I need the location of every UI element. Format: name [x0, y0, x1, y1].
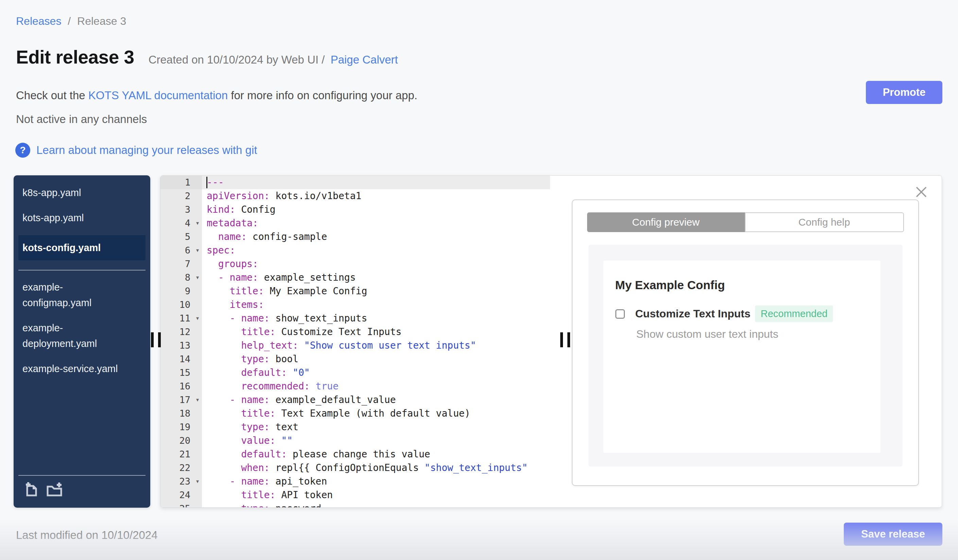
file-item-example-service.yaml[interactable]: example-service.yaml	[18, 361, 146, 376]
code-line-15[interactable]: 15 default: "0"	[160, 366, 550, 380]
code-line-16[interactable]: 16 recommended: true	[160, 380, 550, 393]
code-text: - name: api_token	[202, 475, 550, 488]
sidebar-resize-handle[interactable]	[151, 332, 161, 347]
code-line-18[interactable]: 18 title: Text Example (with default val…	[160, 407, 550, 420]
yaml-editor[interactable]: 1---2apiVersion: kots.io/v1beta13kind: C…	[160, 176, 550, 507]
code-text: type: text	[202, 420, 550, 434]
file-item-k8s-app.yaml[interactable]: k8s-app.yaml	[18, 185, 146, 201]
line-number: 9	[160, 285, 202, 298]
fold-arrow-icon[interactable]: ▾	[196, 217, 199, 230]
code-line-4[interactable]: 4▾metadata:	[160, 217, 550, 230]
code-line-5[interactable]: 5 name: config-sample	[160, 230, 550, 244]
code-line-24[interactable]: 24 title: API token	[160, 488, 550, 502]
line-number: 8▾	[160, 271, 202, 285]
question-icon[interactable]: ?	[15, 143, 30, 158]
line-number: 25	[160, 502, 202, 507]
close-icon[interactable]	[915, 186, 928, 198]
line-number: 2	[160, 189, 202, 203]
code-line-1[interactable]: 1---	[160, 176, 550, 189]
config-preview-panel: Config preview Config help My Example Co…	[550, 176, 942, 507]
fold-arrow-icon[interactable]: ▾	[196, 393, 199, 407]
line-number: 16	[160, 380, 202, 393]
code-line-9[interactable]: 9 title: My Example Config	[160, 285, 550, 298]
code-line-7[interactable]: 7 groups:	[160, 257, 550, 271]
recommended-badge: Recommended	[755, 305, 833, 322]
code-text: title: My Example Config	[202, 285, 550, 298]
code-line-11[interactable]: 11▾ - name: show_text_inputs	[160, 312, 550, 325]
code-text: items:	[202, 298, 550, 312]
file-tree-sidebar: k8s-app.yamlkots-app.yamlkots-config.yam…	[14, 176, 150, 508]
line-number: 22	[160, 461, 202, 475]
file-item-kots-app.yaml[interactable]: kots-app.yaml	[18, 210, 146, 226]
created-text: Created on 10/10/2024 by Web UI /	[149, 53, 325, 66]
new-folder-icon[interactable]	[46, 481, 63, 500]
code-line-17[interactable]: 17▾ - name: example_default_value	[160, 393, 550, 407]
code-line-19[interactable]: 19 type: text	[160, 420, 550, 434]
code-text: recommended: true	[202, 380, 550, 393]
line-number: 3	[160, 203, 202, 217]
save-release-button[interactable]: Save release	[844, 523, 942, 546]
code-line-20[interactable]: 20 value: ""	[160, 434, 550, 448]
file-list-divider	[18, 270, 146, 271]
code-text: groups:	[202, 257, 550, 271]
tab-config-preview[interactable]: Config preview	[587, 212, 745, 232]
config-item-row: Customize Text Inputs Recommended	[615, 305, 833, 322]
editor-resize-handle[interactable]	[560, 332, 570, 347]
file-item-example-configmap.yaml[interactable]: example-configmap.yaml	[18, 279, 146, 310]
fold-arrow-icon[interactable]: ▾	[196, 475, 199, 488]
code-text: - name: example_default_value	[202, 393, 550, 407]
line-number: 14	[160, 353, 202, 366]
config-item-label: Customize Text Inputs	[635, 307, 751, 320]
code-line-8[interactable]: 8▾ - name: example_settings	[160, 271, 550, 285]
code-text: metadata:	[202, 217, 550, 230]
line-number: 18	[160, 407, 202, 420]
file-item-kots-config.yaml[interactable]: kots-config.yaml	[18, 235, 146, 260]
code-line-3[interactable]: 3kind: Config	[160, 203, 550, 217]
info-pre: Check out the	[16, 89, 89, 101]
new-file-icon[interactable]	[22, 481, 40, 500]
fold-arrow-icon[interactable]: ▾	[196, 312, 199, 325]
tab-config-help[interactable]: Config help	[745, 212, 904, 232]
breadcrumb-releases-link[interactable]: Releases	[16, 15, 61, 27]
line-number: 6▾	[160, 244, 202, 257]
code-text: default: "0"	[202, 366, 550, 380]
created-by-link[interactable]: Paige Calvert	[330, 53, 398, 66]
title-row: Edit release 3 Created on 10/10/2024 by …	[16, 46, 398, 68]
code-lines: 1---2apiVersion: kots.io/v1beta13kind: C…	[160, 176, 550, 507]
code-text: default: please change this value	[202, 448, 550, 461]
release-editor-container: 1---2apiVersion: kots.io/v1beta13kind: C…	[160, 176, 942, 508]
code-text: type: password	[202, 502, 550, 507]
code-line-23[interactable]: 23▾ - name: api_token	[160, 475, 550, 488]
code-text: apiVersion: kots.io/v1beta1	[202, 189, 550, 203]
code-text: - name: example_settings	[202, 271, 550, 285]
line-number: 17▾	[160, 393, 202, 407]
channel-status: Not active in any channels	[16, 113, 147, 126]
line-number: 11▾	[160, 312, 202, 325]
info-post: for more info on configuring your app.	[228, 89, 417, 101]
kots-yaml-docs-link[interactable]: KOTS YAML documentation	[89, 89, 228, 101]
config-group-title: My Example Config	[615, 278, 725, 292]
line-number: 15	[160, 366, 202, 380]
code-text: - name: show_text_inputs	[202, 312, 550, 325]
breadcrumb-separator: /	[68, 15, 71, 27]
file-item-example-deployment.yaml[interactable]: example-deployment.yaml	[18, 320, 146, 351]
git-learn-link[interactable]: Learn about managing your releases with …	[36, 144, 257, 157]
line-number: 10	[160, 298, 202, 312]
fold-arrow-icon[interactable]: ▾	[196, 244, 199, 257]
promote-button[interactable]: Promote	[866, 81, 942, 104]
code-line-6[interactable]: 6▾spec:	[160, 244, 550, 257]
breadcrumb-current: Release 3	[77, 15, 126, 27]
code-line-22[interactable]: 22 when: repl{{ ConfigOptionEquals "show…	[160, 461, 550, 475]
code-line-14[interactable]: 14 type: bool	[160, 353, 550, 366]
code-line-12[interactable]: 12 title: Customize Text Inputs	[160, 325, 550, 339]
code-line-25[interactable]: 25 type: password	[160, 502, 550, 507]
code-line-13[interactable]: 13 help_text: "Show custom user text inp…	[160, 339, 550, 353]
code-line-10[interactable]: 10 items:	[160, 298, 550, 312]
code-text: type: bool	[202, 353, 550, 366]
last-modified-text: Last modified on 10/10/2024	[16, 529, 157, 542]
line-number: 13	[160, 339, 202, 353]
code-line-2[interactable]: 2apiVersion: kots.io/v1beta1	[160, 189, 550, 203]
fold-arrow-icon[interactable]: ▾	[196, 271, 199, 285]
customize-text-inputs-checkbox[interactable]	[615, 309, 625, 319]
code-line-21[interactable]: 21 default: please change this value	[160, 448, 550, 461]
